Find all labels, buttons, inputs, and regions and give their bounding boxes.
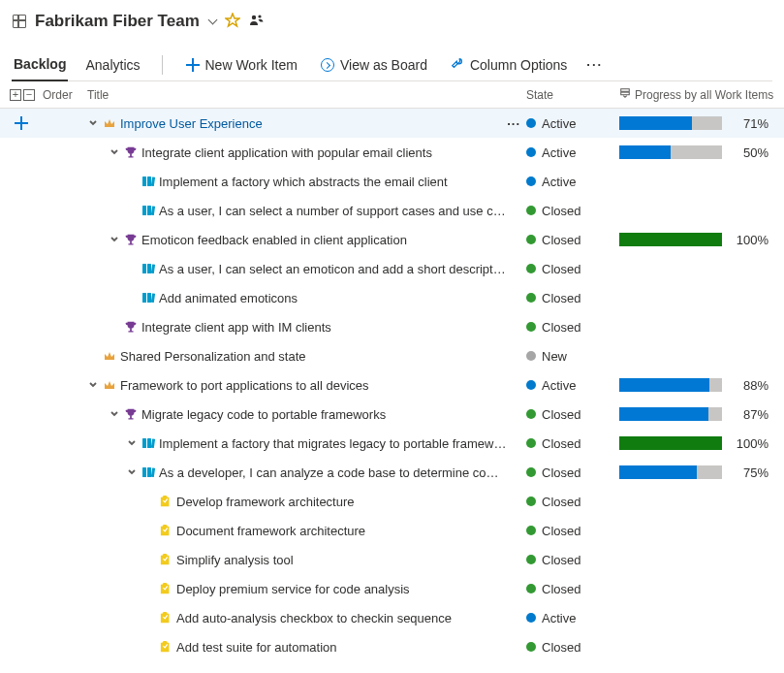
state-dot bbox=[526, 584, 536, 593]
svg-point-4 bbox=[252, 15, 256, 18]
chevron-down-icon[interactable] bbox=[126, 466, 138, 478]
tab-analytics[interactable]: Analytics bbox=[83, 49, 141, 80]
state-label: Closed bbox=[542, 495, 580, 509]
work-item-title[interactable]: Framework to port applications to all de… bbox=[120, 378, 369, 393]
progress-percent: 71% bbox=[728, 116, 768, 131]
expand-all-button[interactable]: + bbox=[10, 89, 21, 101]
progress-percent: 87% bbox=[728, 407, 768, 422]
state-label: Closed bbox=[542, 465, 580, 480]
backlog-row[interactable]: Simplify analysis tool ··· Closed bbox=[0, 545, 784, 574]
state-dot bbox=[526, 235, 536, 244]
backlog-row[interactable]: Document framework architecture ··· Clos… bbox=[0, 516, 784, 545]
view-as-board-button[interactable]: View as Board bbox=[317, 51, 431, 79]
new-work-item-label: New Work Item bbox=[205, 57, 298, 73]
column-header-progress[interactable]: Progress by all Work Items bbox=[619, 87, 774, 102]
collapse-all-button[interactable]: − bbox=[23, 89, 35, 101]
work-item-title[interactable]: Simplify analysis tool bbox=[176, 553, 294, 567]
backlog-row[interactable]: As a user, I can select a number of supp… bbox=[0, 196, 784, 225]
work-item-title[interactable]: Deploy premium service for code analysis bbox=[176, 582, 410, 596]
backlog-row[interactable]: Integrate client app with IM clients ···… bbox=[0, 312, 784, 341]
work-item-title[interactable]: Add test suite for automation bbox=[176, 640, 336, 655]
pbi-icon bbox=[141, 204, 155, 217]
team-title[interactable]: Fabrikam Fiber Team bbox=[35, 12, 200, 31]
backlog-row[interactable]: Framework to port applications to all de… bbox=[0, 370, 784, 400]
column-header-order[interactable]: Order bbox=[43, 88, 87, 102]
chevron-down-icon[interactable] bbox=[109, 146, 120, 158]
state-dot bbox=[526, 613, 536, 623]
backlog-row[interactable]: Shared Personalization and state ··· New bbox=[0, 341, 784, 370]
backlog-row[interactable]: Implement a factory that migrates legacy… bbox=[0, 429, 784, 458]
task-icon bbox=[159, 640, 172, 654]
chevron-down-icon[interactable] bbox=[109, 234, 120, 245]
column-options-button[interactable]: Column Options bbox=[447, 50, 571, 79]
work-item-title[interactable]: Document framework architecture bbox=[176, 524, 365, 538]
state-label: Active bbox=[542, 116, 576, 131]
row-actions[interactable]: ··· bbox=[507, 116, 526, 131]
backlog-row[interactable]: Improve User Experience ··· Active 71% bbox=[0, 109, 784, 138]
rollup-icon bbox=[619, 87, 631, 102]
progress-percent: 100% bbox=[728, 233, 768, 247]
feature-icon bbox=[124, 233, 138, 246]
work-item-title[interactable]: Shared Personalization and state bbox=[120, 349, 306, 364]
backlog-row[interactable]: Emoticon feedback enabled in client appl… bbox=[0, 225, 784, 254]
chevron-down-icon[interactable] bbox=[87, 379, 99, 391]
work-item-title[interactable]: Migrate legacy code to portable framewor… bbox=[141, 407, 386, 422]
backlog-row[interactable]: Implement a factory which abstracts the … bbox=[0, 167, 784, 196]
chevron-down-icon[interactable] bbox=[126, 437, 138, 449]
work-item-title[interactable]: Develop framework architecture bbox=[176, 495, 355, 509]
work-item-title[interactable]: Implement a factory that migrates legacy… bbox=[159, 436, 507, 451]
state-label: Closed bbox=[542, 640, 580, 655]
epic-icon bbox=[103, 378, 116, 392]
people-icon[interactable] bbox=[248, 13, 264, 31]
progress-bar bbox=[619, 116, 722, 130]
work-item-title[interactable]: Integrate client app with IM clients bbox=[141, 320, 331, 335]
state-dot bbox=[526, 206, 536, 215]
team-icon bbox=[12, 14, 27, 29]
chevron-down-icon[interactable] bbox=[207, 16, 217, 26]
column-header-state[interactable]: State bbox=[526, 88, 619, 102]
new-work-item-button[interactable]: New Work Item bbox=[182, 51, 301, 79]
feature-icon bbox=[124, 407, 138, 421]
backlog-row[interactable]: As a developer, I can analyze a code bas… bbox=[0, 458, 784, 487]
work-item-title[interactable]: Emoticon feedback enabled in client appl… bbox=[141, 233, 407, 247]
work-item-title[interactable]: As a user, I can select a number of supp… bbox=[159, 204, 507, 218]
svg-point-5 bbox=[258, 15, 261, 17]
chevron-down-icon[interactable] bbox=[109, 408, 120, 420]
column-header-title[interactable]: Title bbox=[87, 88, 526, 102]
backlog-row[interactable]: Deploy premium service for code analysis… bbox=[0, 574, 784, 603]
add-child-button[interactable] bbox=[15, 116, 28, 130]
backlog-row[interactable]: Add auto-analysis checkbox to checkin se… bbox=[0, 603, 784, 632]
work-item-title[interactable]: Improve User Experience bbox=[120, 116, 263, 131]
backlog-row[interactable]: Develop framework architecture ··· Close… bbox=[0, 487, 784, 516]
work-item-title[interactable]: As a developer, I can analyze a code bas… bbox=[159, 465, 507, 480]
state-label: Active bbox=[542, 175, 576, 189]
work-item-title[interactable]: Add auto-analysis checkbox to checkin se… bbox=[176, 611, 452, 625]
work-item-title[interactable]: Add animated emoticons bbox=[159, 291, 298, 305]
chevron-down-icon[interactable] bbox=[87, 117, 99, 129]
star-icon[interactable] bbox=[225, 13, 240, 31]
more-options[interactable]: ··· bbox=[586, 57, 612, 72]
state-dot bbox=[526, 438, 536, 448]
backlog-row[interactable]: Add test suite for automation ··· Closed bbox=[0, 632, 784, 661]
backlog-row[interactable]: Add animated emoticons ··· Closed bbox=[0, 283, 784, 312]
backlog-row[interactable]: Migrate legacy code to portable framewor… bbox=[0, 400, 784, 429]
backlog-row[interactable]: As a user, I can select an emoticon and … bbox=[0, 254, 784, 283]
state-dot bbox=[526, 467, 536, 477]
backlog-row[interactable]: Integrate client application with popula… bbox=[0, 138, 784, 167]
state-label: New bbox=[542, 349, 567, 364]
work-item-title[interactable]: As a user, I can select an emoticon and … bbox=[159, 262, 507, 276]
progress-percent: 88% bbox=[728, 378, 768, 393]
state-label: Closed bbox=[542, 291, 580, 305]
work-item-title[interactable]: Integrate client application with popula… bbox=[141, 145, 432, 160]
work-item-title[interactable]: Implement a factory which abstracts the … bbox=[159, 175, 448, 189]
progress-bar bbox=[619, 436, 722, 450]
state-label: Closed bbox=[542, 436, 580, 451]
state-label: Closed bbox=[542, 262, 580, 276]
state-label: Closed bbox=[542, 320, 580, 335]
progress-bar bbox=[619, 378, 722, 392]
tab-backlog[interactable]: Backlog bbox=[12, 48, 68, 81]
column-header-progress-label: Progress by all Work Items bbox=[635, 88, 773, 102]
state-label: Closed bbox=[542, 233, 580, 247]
progress-percent: 100% bbox=[728, 436, 768, 451]
state-dot bbox=[526, 642, 536, 652]
